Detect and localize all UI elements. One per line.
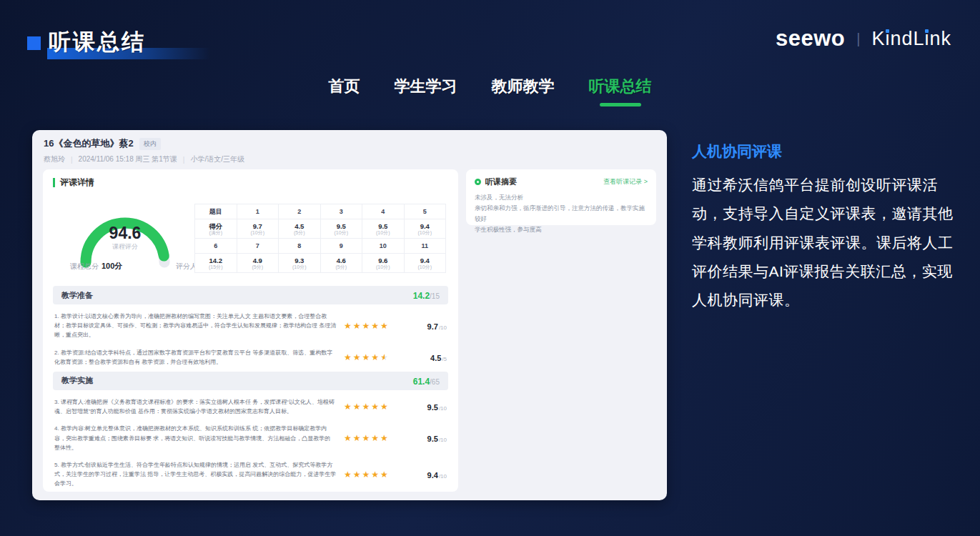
section-max: /15 xyxy=(430,292,440,300)
rubric-item-score: 9.4/10 xyxy=(412,468,447,481)
report-header: 16《金色的草地》蔡2 校内 蔡旭玲 | 2024/11/06 15:18 周三… xyxy=(44,137,655,164)
logo-kindlink: KindLink xyxy=(871,28,951,50)
detail-section-title: 评课详情 xyxy=(53,178,94,187)
star-rating: ★★★★★ xyxy=(344,470,405,480)
section-label: 教学实施 xyxy=(61,375,93,386)
rubric-item-score: 4.5/5 xyxy=(412,351,447,364)
report-card: 16《金色的草地》蔡2 校内 蔡旭玲 | 2024/11/06 15:18 周三… xyxy=(32,130,667,500)
course-tag: 校内 xyxy=(139,138,161,150)
course-title: 16《金色的草地》蔡2 xyxy=(44,137,134,150)
rubric-item-text: 4. 教学内容:树立单元整体意识，准确把握教材的文本系统、知识系统和训练系 统；… xyxy=(54,424,337,452)
star-rating: ★★★★★ xyxy=(344,402,405,412)
rubric-item-text: 2. 教学资源:结合语文学科特点，通过国家数字教育资源平台和宁夏教育云平台 等多… xyxy=(54,348,337,367)
summary-line: 学生积极性强，参与度高 xyxy=(475,224,648,235)
summary-dot-icon xyxy=(475,179,481,185)
tab-home[interactable]: 首页 xyxy=(329,76,360,97)
rubric-item-text: 3. 课程育人:准确把握《义务教育语文课程标准》的要求：落实立德树人根本任 务，… xyxy=(54,397,337,416)
rubric-item-4: 4. 教学内容:树立单元整体意识，准确把握教材的文本系统、知识系统和训练系 统；… xyxy=(53,421,448,457)
star-rating: ★★★★★ xyxy=(344,321,405,331)
section-label: 教学准备 xyxy=(61,290,93,301)
course-time: 2024/11/06 15:18 周三 第1节课 xyxy=(79,154,177,164)
table-row: 14.2(15分) 4.9(5分) 9.3(10分) 4.6(5分) 9.6(1… xyxy=(195,254,446,273)
title-accent-square xyxy=(27,36,41,50)
section-score: 14.2 xyxy=(413,291,430,301)
question-score-table: 题目1 23 45 得分(满分) 9.7(10分) 4.5(5分) 9.5(10… xyxy=(194,204,446,273)
view-record-link[interactable]: 查看听课记录 > xyxy=(603,177,648,187)
rubric-item-3: 3. 课程育人:准确把握《义务教育语文课程标准》的要求：落实立德树人根本任 务，… xyxy=(53,394,448,421)
course-meta: 蔡旭玲 | 2024/11/06 15:18 周三 第1节课 | 小学/语文/三… xyxy=(44,154,655,164)
teacher-name: 蔡旭玲 xyxy=(44,154,65,164)
rubric-item-score: 9.5/10 xyxy=(412,432,447,445)
evaluation-detail-panel: 评课详情 94.6 课程评分 课程总分100分 评分人数19人 题目1 23 xyxy=(43,169,458,492)
rubric-rows: 教学准备 14.2/15 1. 教学设计:以语文核心素养为导向，准确把握教材的编… xyxy=(53,286,448,492)
rubric-item-score: 9.7/10 xyxy=(412,319,447,332)
page-title-block: 听课总结 xyxy=(27,26,270,61)
summary-body: 未涉及，无法分析 亲切和亲和力强，循序渐进的引导，注意方法的传递，教学实施较好 … xyxy=(475,192,648,235)
aside-description: 人机协同评课 通过希沃信鸽平台提前创设听评课活动，支持导入自定义评课表，邀请其他… xyxy=(692,142,964,315)
course-grade: 小学/语文/三年级 xyxy=(190,154,244,164)
tab-student-learning[interactable]: 学生学习 xyxy=(395,76,457,97)
logo-divider: | xyxy=(856,31,860,47)
star-rating: ★★★★★ xyxy=(344,352,405,362)
page: 听课总结 seewo | KindLink 首页 学生学习 教师教学 听课总结 … xyxy=(0,0,980,536)
main-nav: 首页 学生学习 教师教学 听课总结 xyxy=(0,76,980,97)
rubric-item-text: 5. 教学方式:创设贴近学生生活、符合学生年龄特点和认知规律的情境；运用启 发式… xyxy=(54,460,337,489)
section-max: /65 xyxy=(430,378,440,386)
summary-line: 未涉及，无法分析 xyxy=(475,192,648,203)
tab-teacher-teaching[interactable]: 教师教学 xyxy=(492,76,555,97)
aside-body: 通过希沃信鸽平台提前创设听评课活动，支持导入自定义评课表，邀请其他学科教师利用评… xyxy=(692,171,964,315)
total-score-stat: 课程总分100分 xyxy=(70,261,122,272)
seewo-logo: seewo xyxy=(776,26,845,51)
rubric-item-2: 2. 教学资源:结合语文学科特点，通过国家数字教育资源平台和宁夏教育云平台 等多… xyxy=(53,345,448,372)
meta-separator: | xyxy=(71,156,73,164)
tab-class-summary-label: 听课总结 xyxy=(589,77,652,95)
listening-summary-panel: 听课摘要 查看听课记录 > 未涉及，无法分析 亲切和亲和力强，循序渐进的引导，注… xyxy=(466,169,656,225)
active-tab-underline xyxy=(600,103,641,106)
gauge-label: 课程评分 xyxy=(71,242,179,252)
tab-class-summary[interactable]: 听课总结 xyxy=(589,76,652,97)
section-score: 61.4 xyxy=(413,377,430,387)
section-header-preparation: 教学准备 14.2/15 xyxy=(53,286,448,304)
star-rating: ★★★★★ xyxy=(344,433,405,443)
rubric-item-5: 5. 教学方式:创设贴近学生生活、符合学生年龄特点和认知规律的情境；运用启 发式… xyxy=(53,457,448,492)
summary-title: 听课摘要 xyxy=(485,177,517,187)
rubric-item-text: 1. 教学设计:以语文核心素养为导向，准确把握教材的编写意图：关注单元人文 主题… xyxy=(54,312,337,340)
rubric-item-1: 1. 教学设计:以语文核心素养为导向，准确把握教材的编写意图：关注单元人文 主题… xyxy=(53,309,448,345)
page-title: 听课总结 xyxy=(49,27,146,57)
brand-logo: seewo | KindLink xyxy=(776,26,951,51)
table-row: 题目1 23 45 xyxy=(195,204,446,219)
aside-title: 人机协同评课 xyxy=(692,142,964,162)
table-row: 67 89 1011 xyxy=(195,239,446,254)
summary-line: 亲切和亲和力强，循序渐进的引导，注意方法的传递，教学实施较好 xyxy=(475,203,648,224)
section-header-implementation: 教学实施 61.4/65 xyxy=(53,372,448,390)
table-row: 得分(满分) 9.7(10分) 4.5(5分) 9.5(10分) 9.5(10分… xyxy=(195,219,446,239)
rubric-item-score: 9.5/10 xyxy=(412,400,447,413)
meta-separator: | xyxy=(183,156,185,164)
gauge-value: 94.6 xyxy=(71,224,179,243)
